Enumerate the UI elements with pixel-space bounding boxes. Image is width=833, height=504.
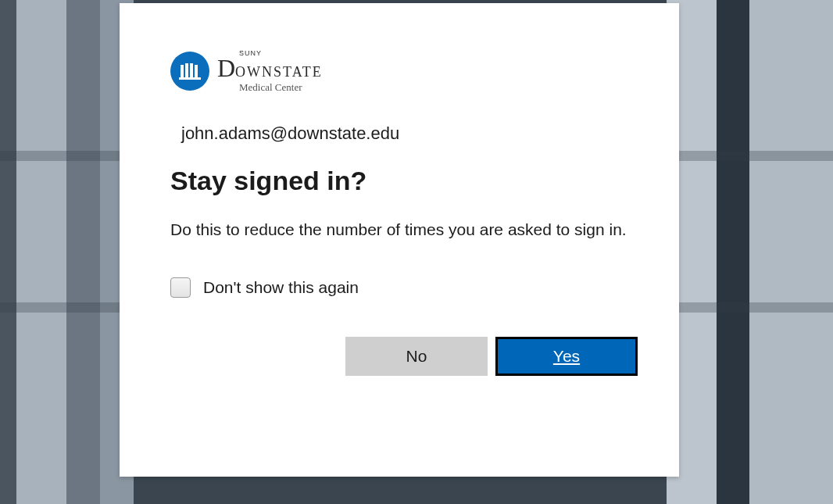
dialog-description: Do this to reduce the number of times yo… [170,218,628,241]
dont-show-again-label: Don't show this again [203,278,359,297]
signin-dialog: SUNY DOWNSTATE Medical Center john.adams… [120,3,679,477]
yes-button[interactable]: Yes [495,337,638,376]
logo-text: SUNY DOWNSTATE Medical Center [217,50,323,92]
svg-rect-4 [179,77,201,80]
logo-sub: Medical Center [239,82,323,92]
dialog-heading: Stay signed in? [170,166,628,196]
svg-rect-1 [185,63,188,79]
org-logo: SUNY DOWNSTATE Medical Center [170,50,628,92]
dont-show-again-row: Don't show this again [170,277,628,298]
user-email: john.adams@downstate.edu [181,123,628,144]
button-row: No Yes [170,337,638,376]
svg-rect-0 [181,65,184,79]
dont-show-again-checkbox[interactable] [170,277,191,298]
logo-main: DOWNSTATE [217,55,323,80]
svg-rect-3 [195,65,198,79]
logo-medallion-icon [170,52,209,91]
svg-rect-2 [190,63,193,79]
no-button[interactable]: No [345,337,488,376]
